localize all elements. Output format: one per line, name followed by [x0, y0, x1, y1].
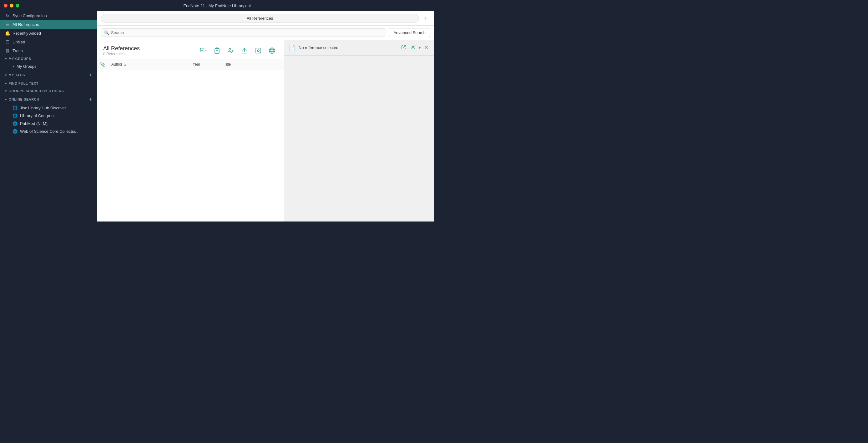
- sidebar-item-library-of-congress[interactable]: 🌐 Library of Congress: [0, 112, 97, 120]
- detail-content: [284, 56, 434, 222]
- online-search-section: ▾ Online Search +: [0, 95, 97, 104]
- sidebar-item-trash[interactable]: 🗑 Trash: [0, 46, 97, 55]
- sidebar-item-my-groups[interactable]: ▾ My Groups: [0, 63, 97, 70]
- detail-open-button[interactable]: [400, 43, 407, 52]
- title-column-label: Title: [224, 62, 231, 67]
- detail-settings-arrow[interactable]: ▾: [419, 45, 421, 50]
- online-search-chevron[interactable]: ▾: [5, 98, 7, 101]
- search-input-wrap: 🔍: [101, 28, 386, 37]
- svg-point-8: [257, 50, 259, 52]
- year-column-header[interactable]: Year: [189, 60, 221, 68]
- references-title-block: All References 0 References: [103, 45, 193, 56]
- add-author-toolbar-icon[interactable]: [225, 45, 237, 56]
- globe-toolbar-icon[interactable]: [267, 45, 278, 56]
- sidebar-item-unfiled[interactable]: ☰ Unfiled: [0, 37, 97, 46]
- quote-toolbar-icon[interactable]: [197, 45, 209, 56]
- trash-icon: 🗑: [5, 48, 10, 53]
- my-tags-chevron[interactable]: ▾: [5, 73, 7, 77]
- detail-doc-icon: 📄: [289, 44, 296, 51]
- find-full-text-label-row: ▾ Find Full Text: [5, 81, 38, 85]
- sidebar-all-references-label: All References: [12, 22, 39, 27]
- my-groups-label-row: ▾ My Groups: [5, 57, 31, 61]
- svg-point-11: [271, 48, 273, 54]
- attach-column-header: 📎: [97, 62, 108, 67]
- sidebar-wos-label: Web of Science Core Collectio...: [20, 129, 79, 134]
- fullscreen-button[interactable]: [16, 4, 20, 7]
- svg-point-13: [412, 46, 414, 48]
- table-body: [97, 70, 284, 222]
- author-sort-arrow: ▲: [124, 63, 127, 66]
- my-groups-sub-chevron: ▾: [12, 65, 14, 68]
- toolbar-icons: [197, 45, 278, 56]
- share-toolbar-icon[interactable]: [239, 45, 250, 56]
- sidebar-jisc-label: Jisc Library Hub Discover: [20, 106, 66, 110]
- sidebar-my-groups-sub-label: My Groups: [17, 64, 37, 69]
- find-toolbar-icon[interactable]: [253, 45, 264, 56]
- main-layout: ↻ Sync Configuration ☰ All References 🔔 …: [0, 11, 434, 222]
- search-icon: 🔍: [104, 30, 109, 35]
- sidebar-sync-label: Sync Configuration: [12, 13, 47, 18]
- find-full-text-section-label: Find Full Text: [9, 81, 39, 85]
- detail-header: 📄 No reference selected: [284, 40, 434, 56]
- sidebar-item-all-references[interactable]: ☰ All References: [0, 20, 97, 29]
- references-title: All References: [103, 45, 193, 52]
- paperclip-icon: 📎: [100, 62, 105, 67]
- close-button[interactable]: [4, 4, 7, 7]
- references-panel: All References 0 References: [97, 40, 284, 222]
- sidebar-item-jisc[interactable]: 🌐 Jisc Library Hub Discover: [0, 104, 97, 112]
- sidebar-item-sync[interactable]: ↻ Sync Configuration: [0, 11, 97, 20]
- sidebar-item-pubmed[interactable]: 🌐 PubMed (NLM): [0, 120, 97, 128]
- all-references-icon: ☰: [5, 22, 10, 27]
- detail-actions: ▾ ✕: [400, 43, 430, 52]
- groups-shared-chevron[interactable]: ▾: [5, 89, 7, 93]
- traffic-lights: [4, 4, 20, 7]
- online-search-label-row: ▾ Online Search: [5, 98, 39, 101]
- detail-settings-button[interactable]: [409, 43, 417, 52]
- search-bar: 🔍 Advanced Search: [97, 26, 434, 40]
- table-header: 📎 Author ▲ Year Title: [97, 59, 284, 70]
- groups-shared-section-label: Groups Shared by Others: [9, 89, 64, 93]
- my-groups-chevron[interactable]: ▾: [5, 57, 7, 61]
- main-panels: All References 0 References: [97, 40, 434, 222]
- sidebar-unfiled-label: Unfiled: [12, 40, 25, 44]
- references-count: 0 References: [103, 52, 193, 56]
- references-header: All References 0 References: [97, 40, 284, 59]
- detail-no-reference-label: No reference selected: [299, 45, 397, 50]
- online-search-section-label: Online Search: [9, 98, 39, 101]
- find-full-text-chevron[interactable]: ▾: [5, 82, 7, 85]
- sidebar-pubmed-label: PubMed (NLM): [20, 121, 48, 126]
- my-tags-section: ▾ My Tags +: [0, 70, 97, 80]
- svg-line-12: [403, 45, 406, 47]
- find-full-text-section: ▾ Find Full Text: [0, 80, 97, 87]
- groups-shared-section: ▾ Groups Shared by Others: [0, 87, 97, 95]
- svg-line-9: [259, 52, 260, 53]
- sync-icon: ↻: [5, 13, 10, 18]
- add-tab-button[interactable]: +: [422, 14, 430, 23]
- search-input[interactable]: [111, 30, 383, 35]
- online-search-add-button[interactable]: +: [89, 97, 92, 102]
- bell-icon: 🔔: [5, 31, 10, 36]
- wos-globe-icon: 🌐: [12, 129, 18, 134]
- my-groups-section: ▾ My Groups: [0, 55, 97, 63]
- pubmed-globe-icon: 🌐: [12, 121, 18, 126]
- sidebar-item-web-of-science[interactable]: 🌐 Web of Science Core Collectio...: [0, 128, 97, 135]
- groups-shared-label-row: ▾ Groups Shared by Others: [5, 89, 64, 93]
- titlebar: EndNote 21 - My EndNote Library.enl: [0, 0, 434, 11]
- detail-panel: 📄 No reference selected: [284, 40, 434, 222]
- top-bar: All References +: [97, 11, 434, 26]
- advanced-search-button[interactable]: Advanced Search: [389, 28, 430, 37]
- my-tags-add-button[interactable]: +: [89, 72, 92, 78]
- detail-close-button[interactable]: ✕: [423, 43, 430, 52]
- center-content: All References + 🔍 Advanced Search All R…: [97, 11, 434, 222]
- author-column-label: Author: [111, 62, 122, 67]
- my-groups-section-label: My Groups: [9, 57, 31, 61]
- sidebar-item-recently-added[interactable]: 🔔 Recently Added: [0, 29, 97, 37]
- minimize-button[interactable]: [10, 4, 13, 7]
- clipboard-toolbar-icon[interactable]: [211, 45, 223, 56]
- svg-point-4: [229, 48, 231, 50]
- title-column-header[interactable]: Title: [221, 60, 284, 68]
- all-references-tab[interactable]: All References: [101, 14, 419, 23]
- sidebar-loc-label: Library of Congress: [20, 113, 55, 118]
- window-title: EndNote 21 - My EndNote Library.enl: [183, 3, 250, 8]
- author-column-header[interactable]: Author ▲: [108, 60, 189, 68]
